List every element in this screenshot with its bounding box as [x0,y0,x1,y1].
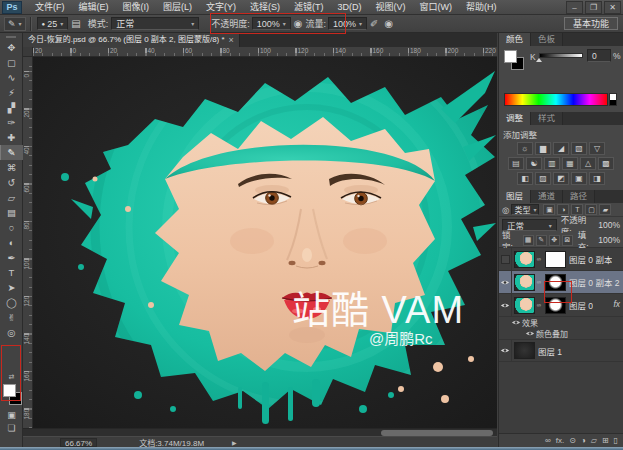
workspace-button[interactable]: 基本功能 [564,17,618,30]
eraser-tool[interactable]: ▱ [0,190,23,205]
layer-style-icon[interactable]: fx. [556,436,564,445]
visibility-toggle[interactable] [509,317,522,328]
lock-transparency-icon[interactable]: ▦ [523,235,534,246]
k-value-field[interactable]: 0 [587,49,611,62]
document-canvas[interactable]: 站酷 VAM @周鹏Rc [33,57,497,428]
layer-thumbnail[interactable] [514,342,535,359]
levels-icon[interactable]: ▆ [535,142,551,155]
quick-mask-icon[interactable]: ▣ [0,409,23,422]
current-tool-icon[interactable]: ✎ ▾ [4,17,26,31]
close-tab-icon[interactable]: × [229,33,234,47]
toolbar-grip[interactable] [6,36,16,38]
layer-mask-thumbnail[interactable] [545,251,566,268]
layer-thumbnail[interactable] [514,274,535,291]
layer-effects-badge[interactable]: fx [613,299,620,309]
tablet-pressure-size-icon[interactable]: ◉ [384,18,393,29]
menu-item[interactable]: 窗口(W) [413,0,460,15]
brush-preset-picker[interactable]: ● 25 ▾ [37,17,69,30]
k-slider[interactable] [539,53,583,58]
eyedropper-tool[interactable]: ✑ [0,115,23,130]
foreground-color-swatch[interactable] [3,384,16,397]
foreground-color-swatch[interactable] [504,50,517,63]
threshold-icon[interactable]: ◩ [553,172,569,185]
photo-filter-icon[interactable]: ▦ [562,157,578,170]
tab-channels[interactable]: 通道 [531,190,563,203]
menu-item[interactable]: 视图(V) [369,0,413,15]
clone-stamp-tool[interactable]: ⌘ [0,160,23,175]
new-group-icon[interactable]: ▱ [591,436,597,445]
zoom-level-field[interactable]: 66.67% [60,438,97,447]
path-selection-tool[interactable]: ➤ [0,280,23,295]
layer-thumbnail[interactable] [514,251,535,268]
opacity-select[interactable]: 100% ▾ [252,17,291,30]
tab-adjustments[interactable]: 调整 [499,112,531,125]
type-tool[interactable]: T [0,265,23,280]
blur-tool[interactable]: ○ [0,220,23,235]
menu-item[interactable]: 3D(D) [331,0,369,15]
lasso-tool[interactable]: ∿ [0,70,23,85]
layer-mask-thumbnail[interactable] [545,297,566,314]
tablet-pressure-opacity-icon[interactable]: ◉ [294,18,303,29]
status-menu-arrow-icon[interactable]: ▶ [232,439,237,446]
channel-mixer-icon[interactable]: △ [580,157,596,170]
visibility-toggle[interactable] [499,339,512,362]
vibrance-icon[interactable]: ▽ [589,142,605,155]
brightness-contrast-icon[interactable]: ☼ [517,142,533,155]
visibility-toggle[interactable] [499,271,512,294]
toggle-brush-panel-icon[interactable]: ▤ [71,18,80,29]
menu-item[interactable]: 文字(Y) [199,0,243,15]
flow-select[interactable]: 100% ▾ [328,17,367,30]
swap-colors-icon[interactable]: ⇄ [0,373,23,382]
brush-tool[interactable]: ✎ [0,145,23,160]
screen-mode-icon[interactable]: ❏ [0,422,23,435]
exposure-icon[interactable]: ▧ [571,142,587,155]
quick-selection-tool[interactable]: ⚡ [0,85,23,100]
new-layer-icon[interactable]: ⊞ [602,436,609,445]
color-lookup-icon[interactable]: ▩ [598,157,614,170]
layer-row-0[interactable]: ∞ 图层 0 fx [499,294,623,317]
menu-item[interactable]: 滤镜(T) [287,0,331,15]
menu-item[interactable]: 文件(F) [28,0,72,15]
move-tool[interactable]: ✥ [0,40,23,55]
color-overlay-row[interactable]: 颜色叠加 [499,328,623,339]
gradient-map-icon[interactable]: ▣ [571,172,587,185]
menu-item[interactable]: 选择(S) [243,0,287,15]
healing-brush-tool[interactable]: ✚ [0,130,23,145]
airbrush-icon[interactable]: ✐ [370,18,378,29]
layer-row-1[interactable]: 图层 1 [499,339,623,362]
new-adjustment-layer-icon[interactable]: ◑ [581,436,586,445]
layer-row-0-copy-2[interactable]: ∞ 图层 0 副本 2 [499,271,623,294]
layer-opacity-value[interactable]: 100% [598,220,620,230]
tab-paths[interactable]: 路径 [563,190,595,203]
filter-smart-objects-icon[interactable]: ▰ [599,204,611,215]
color-spectrum-ramp[interactable] [504,93,608,106]
minimize-button[interactable]: – [566,1,583,14]
add-layer-mask-icon[interactable]: ⊙ [569,436,576,445]
selective-color-icon[interactable]: ◨ [589,172,605,185]
visibility-toggle[interactable] [523,328,536,339]
link-layers-icon[interactable]: ∞ [545,436,551,445]
layer-row-0-copy[interactable]: ∞ 图层 0 副本 [499,248,623,271]
black-white-ramp[interactable] [609,93,617,106]
marquee-tool[interactable]: ▢ [0,55,23,70]
shape-tool[interactable]: ◯ [0,295,23,310]
horizontal-scrollbar[interactable] [23,428,497,436]
tab-styles[interactable]: 样式 [531,112,563,125]
tab-color[interactable]: 颜色 [499,33,531,46]
close-button[interactable]: ✕ [604,1,621,14]
black-white-icon[interactable]: ▥ [544,157,560,170]
lock-all-icon[interactable]: ⊠ [562,235,573,246]
menu-item[interactable]: 图层(L) [156,0,199,15]
pen-tool[interactable]: ✒ [0,250,23,265]
document-tab[interactable]: 今日-恢复的.psd @ 66.7% (图层 0 副本 2, 图层蒙版/8) *… [23,33,240,47]
restore-button[interactable]: ❐ [585,1,602,14]
lock-position-icon[interactable]: ✥ [549,235,560,246]
fill-value[interactable]: 100% [598,235,620,245]
tab-layers[interactable]: 图层 [499,190,531,203]
blend-mode-select[interactable]: 正常 ▾ [111,17,199,30]
zoom-tool[interactable]: ◎ [0,325,23,340]
history-brush-tool[interactable]: ↺ [0,175,23,190]
lock-pixels-icon[interactable]: ✎ [536,235,547,246]
visibility-toggle[interactable] [499,294,512,317]
hue-saturation-icon[interactable]: ▤ [508,157,524,170]
